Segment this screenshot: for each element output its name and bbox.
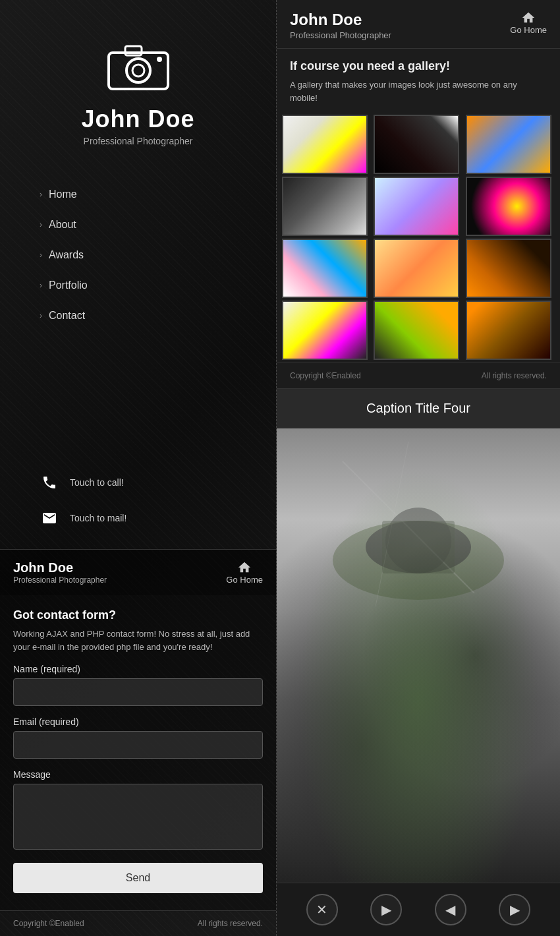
footer-profile: John Doe Professional Photographer Go Ho…: [0, 549, 276, 595]
phone-contact-item[interactable]: Touch to call!: [40, 465, 263, 500]
camera-icon: [105, 40, 171, 92]
right-copyright: Copyright ©Enabled All rights reserved.: [277, 363, 560, 388]
name-field-wrapper: Name (required): [13, 664, 263, 706]
gallery-thumb-4[interactable]: [282, 177, 368, 236]
profile-name: John Doe: [81, 105, 194, 133]
nav-arrow: ›: [40, 250, 42, 260]
right-name: John Doe: [290, 11, 391, 29]
close-button[interactable]: ✕: [306, 894, 338, 925]
nav-arrow: ›: [40, 281, 42, 290]
play-button[interactable]: ▶: [370, 894, 402, 925]
play-icon: ▶: [381, 902, 391, 918]
gallery-thumb-5[interactable]: [374, 177, 459, 236]
gallery-thumb-11-inner: [375, 302, 458, 359]
gallery-thumb-12[interactable]: [466, 301, 551, 360]
next-button[interactable]: ▶: [499, 894, 530, 925]
nav-item-awards[interactable]: › Awards: [40, 240, 276, 270]
gallery-thumb-2[interactable]: [374, 115, 459, 174]
gallery-grid: [277, 112, 560, 363]
prev-icon: ◀: [445, 902, 455, 918]
contact-form-section: Got contact form? Working AJAX and PHP c…: [0, 595, 276, 910]
nav-item-contact[interactable]: › Contact: [40, 301, 276, 331]
right-go-home-label: Go Home: [510, 25, 547, 35]
nav-area: › Home › About › Awards › Portfolio › Co…: [0, 166, 276, 452]
caption-title: Caption Title Four: [366, 401, 470, 415]
gallery-thumb-7[interactable]: [282, 239, 368, 298]
message-field-label: Message: [13, 769, 263, 780]
left-content: John Doe Professional Photographer › Hom…: [0, 0, 276, 936]
right-copyright-text: Copyright ©Enabled: [290, 371, 361, 380]
featured-image-art: [277, 428, 560, 620]
nav-label-portfolio: Portfolio: [49, 279, 88, 291]
left-panel: John Doe Professional Photographer › Hom…: [0, 0, 277, 936]
gallery-thumb-7-inner: [283, 240, 366, 297]
nav-label-about: About: [49, 219, 76, 231]
gallery-thumb-8[interactable]: [374, 239, 459, 298]
caption-bar: Caption Title Four: [277, 388, 560, 428]
svg-point-1: [126, 59, 150, 82]
next-icon: ▶: [510, 902, 520, 918]
phone-label: Touch to call!: [70, 477, 124, 488]
nav-item-home[interactable]: › Home: [40, 179, 276, 210]
send-button[interactable]: Send: [13, 863, 263, 893]
message-field-wrapper: Message: [13, 769, 263, 852]
right-rights-text: All rights reserved.: [482, 371, 547, 380]
gallery-thumb-9[interactable]: [466, 239, 551, 298]
profile-area: John Doe Professional Photographer: [0, 0, 276, 166]
contact-form-title: Got contact form?: [13, 608, 263, 622]
nav-label-contact: Contact: [49, 310, 85, 322]
right-panel: John Doe Professional Photographer Go Ho…: [277, 0, 560, 936]
gallery-thumb-4-inner: [283, 178, 366, 235]
gallery-intro-title: If course you need a gallery!: [290, 59, 547, 73]
svg-rect-10: [382, 521, 455, 573]
footer-go-home-button[interactable]: Go Home: [226, 560, 263, 585]
left-copyright: Copyright ©Enabled: [13, 919, 84, 928]
right-subtitle: Professional Photographer: [290, 30, 391, 40]
email-input[interactable]: [13, 731, 263, 759]
gallery-thumb-6-inner: [467, 178, 550, 235]
phone-icon: [40, 473, 59, 492]
email-field-wrapper: Email (required): [13, 717, 263, 759]
gallery-thumb-11[interactable]: [374, 301, 459, 360]
mail-label: Touch to mail!: [70, 513, 126, 523]
nav-arrow: ›: [40, 190, 42, 199]
gallery-thumb-1-inner: [283, 116, 366, 173]
nav-item-portfolio[interactable]: › Portfolio: [40, 270, 276, 301]
gallery-thumb-2-inner: [375, 116, 458, 173]
gallery-thumb-5-inner: [375, 178, 458, 235]
gallery-thumb-3-inner: [467, 116, 550, 173]
gallery-thumb-10[interactable]: [282, 301, 368, 360]
gallery-thumb-10-inner: [283, 302, 366, 359]
nav-arrow: ›: [40, 311, 42, 320]
gallery-thumb-9-inner: [467, 240, 550, 297]
featured-image: [277, 428, 560, 883]
email-field-label: Email (required): [13, 717, 263, 727]
contact-area: Touch to call! Touch to mail!: [0, 452, 276, 549]
prev-button[interactable]: ◀: [435, 894, 466, 925]
nav-label-home: Home: [49, 189, 77, 200]
bottom-controls: ✕ ▶ ◀ ▶: [277, 883, 560, 936]
footer-name: John Doe: [13, 560, 107, 575]
footer-profile-info: John Doe Professional Photographer: [13, 560, 107, 585]
contact-form-desc: Working AJAX and PHP contact form! No st…: [13, 628, 263, 653]
gallery-intro: If course you need a gallery! A gallery …: [277, 49, 560, 112]
footer-go-home-label: Go Home: [226, 575, 263, 585]
gallery-thumb-8-inner: [375, 240, 458, 297]
right-go-home-button[interactable]: Go Home: [510, 11, 547, 35]
gallery-thumb-1[interactable]: [282, 115, 368, 174]
gallery-thumb-12-inner: [467, 302, 550, 359]
gallery-thumb-3[interactable]: [466, 115, 551, 174]
profile-subtitle: Professional Photographer: [84, 136, 193, 146]
home-icon: [237, 560, 252, 575]
nav-arrow: ›: [40, 220, 42, 229]
name-input[interactable]: [13, 678, 263, 706]
message-textarea[interactable]: [13, 784, 263, 850]
mail-contact-item[interactable]: Touch to mail!: [40, 500, 263, 536]
svg-point-2: [132, 65, 144, 76]
left-footer: Copyright ©Enabled All rights reserved.: [0, 910, 276, 936]
nav-item-about[interactable]: › About: [40, 210, 276, 240]
mail-icon: [40, 508, 59, 528]
name-field-label: Name (required): [13, 664, 263, 674]
nav-label-awards: Awards: [49, 249, 84, 261]
gallery-thumb-6[interactable]: [466, 177, 551, 236]
